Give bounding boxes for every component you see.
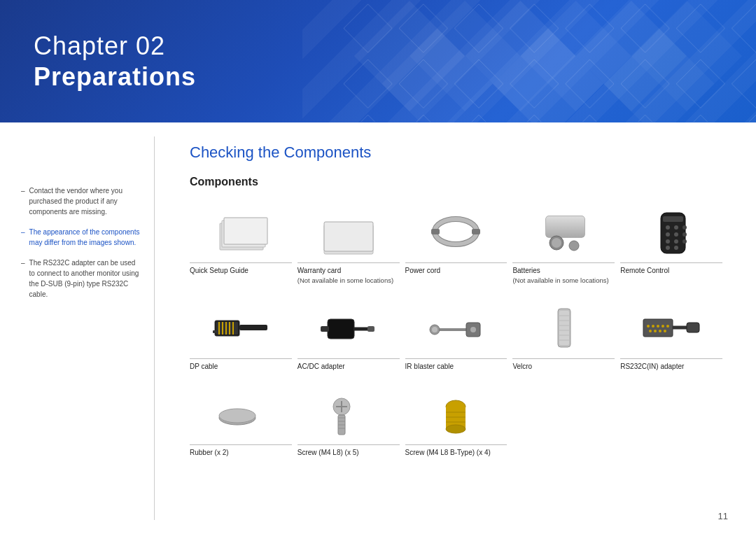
main-content: – Contact the vendor where you purchased…: [0, 122, 756, 534]
warranty-card-label: Warranty card (Not available in some loc…: [298, 262, 400, 286]
components-grid-row2: DP cable: [190, 298, 728, 377]
sidebar-note-1: – Contact the vendor where you purchased…: [21, 185, 140, 217]
component-remote-control: Remote Control: [620, 202, 728, 291]
section-title: Checking the Components: [190, 143, 728, 162]
rs232c-image: [620, 302, 722, 354]
page-number: 11: [718, 511, 728, 521]
quick-setup-guide-label: Quick Setup Guide: [190, 262, 292, 276]
note-text-2: The appearance of the components may dif…: [29, 227, 140, 248]
component-screw-m4l8: Screw (M4 L8) (x 5): [298, 384, 405, 463]
remote-control-image: [620, 206, 722, 258]
svg-point-67: [657, 325, 659, 328]
svg-rect-26: [663, 216, 683, 222]
header-decoration: [340, 0, 756, 122]
sidebar-notes: – Contact the vendor where you purchased…: [21, 185, 140, 300]
velcro-image: [512, 302, 615, 354]
dash-1: –: [21, 185, 25, 196]
svg-rect-47: [328, 319, 354, 339]
svg-point-88: [446, 425, 465, 433]
subsection-title: Components: [190, 176, 728, 188]
screw-m4l8-label: Screw (M4 L8) (x 5): [298, 444, 400, 458]
svg-rect-15: [324, 222, 373, 251]
svg-rect-49: [368, 326, 374, 332]
velcro-label: Velcro: [512, 358, 615, 372]
svg-point-30: [666, 232, 670, 237]
component-dp-cable: DP cable: [190, 298, 298, 377]
svg-rect-21: [546, 216, 584, 237]
component-ir-cable: IR blaster cable: [405, 298, 513, 377]
component-velcro: Velcro: [512, 298, 620, 377]
sidebar-note-2: – The appearance of the components may d…: [21, 227, 140, 248]
svg-point-73: [664, 330, 666, 332]
svg-rect-75: [687, 323, 699, 332]
svg-point-69: [666, 325, 669, 328]
svg-rect-50: [321, 326, 329, 332]
quick-setup-guide-image: [190, 206, 292, 258]
component-batteries: Batteries (Not available in some locatio…: [512, 202, 620, 291]
dash-3: –: [21, 258, 25, 268]
dash-2: –: [21, 227, 25, 237]
svg-point-17: [435, 219, 477, 244]
dp-cable-label: DP cable: [190, 358, 292, 372]
svg-point-23: [552, 238, 561, 248]
svg-point-55: [470, 327, 476, 332]
ir-cable-label: IR blaster cable: [405, 358, 507, 372]
acdc-adapter-image: [298, 302, 400, 354]
warranty-card-sublabel: (Not available in some locations): [298, 276, 393, 284]
component-power-cord: Power cord: [405, 202, 513, 291]
svg-point-34: [674, 239, 678, 244]
svg-rect-64: [643, 319, 673, 337]
batteries-sublabel: (Not available in some locations): [512, 276, 608, 284]
chapter-label: Chapter 02: [34, 31, 196, 61]
svg-point-28: [674, 225, 678, 230]
note-text-1: Contact the vendor where you purchased t…: [29, 185, 140, 217]
warranty-card-image: [298, 206, 400, 258]
header-title: Chapter 02 Preparations: [34, 31, 196, 91]
svg-rect-45: [239, 325, 267, 330]
power-cord-label: Power cord: [405, 262, 507, 276]
components-grid-row3: Rubber (x 2): [190, 384, 728, 463]
component-warranty-card: Warranty card (Not available in some loc…: [298, 202, 405, 291]
svg-rect-19: [472, 229, 480, 234]
screw-m4l8-image: [298, 388, 400, 440]
svg-rect-13: [224, 218, 267, 244]
title-label: Preparations: [34, 62, 196, 92]
svg-point-24: [569, 241, 579, 251]
content-area: Checking the Components Components Quick…: [155, 122, 756, 534]
svg-point-27: [666, 225, 670, 230]
svg-point-65: [647, 325, 650, 328]
component-acdc-adapter: AC/DC adapter: [298, 298, 405, 377]
svg-point-31: [674, 232, 678, 237]
component-screw-btype: Screw (M4 L8 B-Type) (x 4): [405, 384, 513, 463]
svg-point-77: [219, 409, 255, 423]
svg-rect-18: [431, 229, 440, 234]
batteries-image: [512, 206, 615, 258]
screw-btype-image: [405, 388, 507, 440]
svg-point-32: [682, 232, 687, 237]
batteries-label: Batteries (Not available in some locatio…: [512, 262, 615, 286]
screw-btype-label: Screw (M4 L8 B-Type) (x 4): [405, 444, 507, 458]
acdc-adapter-label: AC/DC adapter: [298, 358, 400, 372]
component-rubber: Rubber (x 2): [190, 384, 298, 463]
component-quick-setup-guide: Quick Setup Guide: [190, 202, 298, 291]
note-text-3: The RS232C adapter can be used to connec…: [29, 258, 140, 300]
rubber-label: Rubber (x 2): [190, 444, 292, 458]
svg-point-36: [666, 246, 670, 250]
remote-control-label: Remote Control: [620, 262, 722, 276]
sidebar: – Contact the vendor where you purchased…: [0, 122, 154, 534]
svg-point-71: [654, 330, 657, 332]
svg-point-35: [682, 239, 687, 244]
svg-point-53: [432, 327, 438, 332]
sidebar-note-3: – The RS232C adapter can be used to conn…: [21, 258, 140, 300]
svg-rect-46: [213, 330, 216, 333]
svg-point-70: [649, 330, 652, 332]
rs232c-label: RS232C(IN) adapter: [620, 358, 722, 372]
ir-cable-image: [405, 302, 507, 354]
svg-point-37: [674, 246, 678, 250]
svg-point-33: [666, 239, 670, 244]
svg-point-66: [652, 325, 654, 328]
component-rs232c: RS232C(IN) adapter: [620, 298, 728, 377]
dp-cable-image: [190, 302, 292, 354]
header-banner: Chapter 02 Preparations: [0, 0, 756, 122]
svg-point-72: [659, 330, 662, 332]
